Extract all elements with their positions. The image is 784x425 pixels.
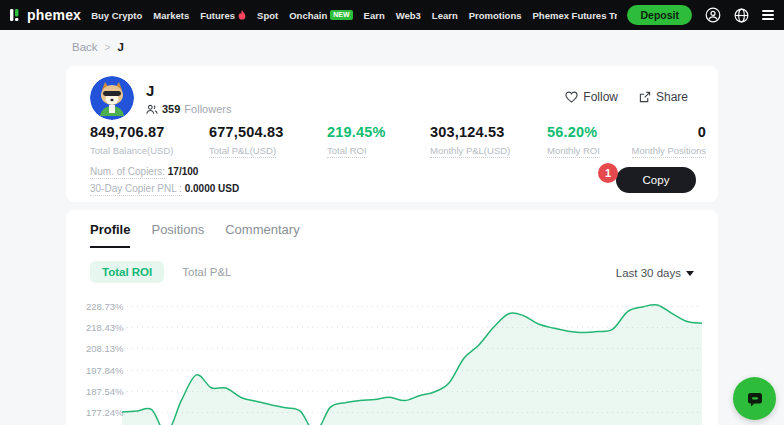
nav-item-markets[interactable]: Markets: [153, 10, 189, 21]
y-axis-tick-label: 187.54%: [86, 386, 124, 397]
stat-label: Total P&L(USD): [209, 145, 276, 158]
y-axis-tick-label: 228.73%: [86, 301, 124, 312]
tab-commentary[interactable]: Commentary: [225, 222, 299, 248]
copier-pnl-label: 30-Day Copier PNL :: [90, 183, 182, 196]
trader-profile-card: J 359 Followers Follow Share: [66, 66, 718, 202]
breadcrumb-separator: >: [105, 42, 111, 53]
stat-value: 303,124.53: [430, 124, 510, 140]
stat-monthly-positions: 0 Monthly Positions: [632, 124, 706, 158]
roi-area: [122, 305, 702, 425]
copier-pnl-row: 30-Day Copier PNL : 0.0000 USD: [90, 183, 239, 194]
nav-item-promotions[interactable]: Promotions: [469, 10, 522, 21]
follow-button[interactable]: Follow: [565, 90, 618, 104]
nav-item-spot[interactable]: Spot: [257, 10, 278, 21]
stat-value: 849,706.87: [90, 124, 173, 140]
stat-label: Total Balance(USD): [90, 145, 173, 156]
share-label: Share: [656, 90, 688, 104]
nav-links: Buy Crypto Markets Futures Spot Onchain …: [91, 10, 617, 21]
trader-name: J: [146, 82, 154, 99]
nav-right: Deposit: [627, 5, 774, 25]
roi-chart-svg: [122, 296, 702, 425]
date-range-label: Last 30 days: [616, 267, 681, 279]
y-axis-tick-label: 208.13%: [86, 343, 124, 354]
nav-item-earn[interactable]: Earn: [364, 10, 385, 21]
phemex-logo-icon: [10, 8, 23, 22]
menu-icon[interactable]: [762, 10, 774, 20]
copier-pnl-value: 0.0000 USD: [185, 183, 239, 194]
heart-icon: [565, 91, 578, 103]
caret-down-icon: [686, 271, 694, 276]
tabs: Profile Positions Commentary: [90, 222, 300, 248]
followers-count: 359: [162, 103, 180, 115]
tab-profile[interactable]: Profile: [90, 222, 130, 248]
nav-item-futures[interactable]: Futures: [200, 10, 246, 21]
trader-avatar: [90, 76, 134, 120]
followers-icon: [146, 104, 158, 115]
roi-chart: 228.73%218.43%208.13%197.84%187.54%177.2…: [66, 296, 718, 425]
y-axis-tick-label: 218.43%: [86, 322, 124, 333]
language-globe-icon[interactable]: [734, 8, 749, 23]
phemex-logo[interactable]: phemex: [10, 7, 81, 23]
stat-label: Monthly Positions: [632, 145, 706, 158]
support-chat-button[interactable]: [733, 377, 776, 420]
stat-total-balance: 849,706.87 Total Balance(USD): [90, 124, 173, 158]
breadcrumb-back-link[interactable]: Back: [72, 41, 98, 53]
nav-item-buy-crypto[interactable]: Buy Crypto: [91, 10, 142, 21]
toggle-total-pnl[interactable]: Total P&L: [182, 261, 231, 283]
profile-detail-card: Profile Positions Commentary Total ROI T…: [66, 210, 718, 425]
toggle-total-roi[interactable]: Total ROI: [90, 261, 164, 283]
deposit-button[interactable]: Deposit: [627, 5, 692, 25]
y-axis-tick-label: 197.84%: [86, 365, 124, 376]
stat-value: 56.20%: [547, 124, 600, 140]
stat-monthly-roi: 56.20% Monthly ROI: [547, 124, 600, 158]
account-icon[interactable]: [705, 7, 721, 23]
stat-value: 0: [632, 124, 706, 140]
copiers-value: 17/100: [168, 166, 199, 177]
stat-value: 219.45%: [327, 124, 386, 140]
chat-bubble-icon: [745, 389, 765, 409]
followers-label: Followers: [184, 103, 231, 115]
copiers-label: Num. of Copiers:: [90, 166, 165, 179]
nav-item-onchain[interactable]: Onchain NEW: [289, 10, 352, 21]
stat-label: Monthly P&L(USD): [430, 145, 510, 158]
nav-item-web3[interactable]: Web3: [396, 10, 421, 21]
stat-total-pnl: 677,504.83 Total P&L(USD): [209, 124, 284, 158]
chart-metric-toggle: Total ROI Total P&L: [90, 261, 232, 283]
stat-label: Total ROI: [327, 145, 367, 158]
brand-name: phemex: [27, 7, 81, 23]
nav-item-label: Onchain: [289, 10, 327, 21]
stat-label: Monthly ROI: [547, 145, 600, 158]
new-badge: NEW: [330, 10, 352, 20]
top-nav: phemex Buy Crypto Markets Futures Spot O…: [0, 0, 784, 30]
follow-label: Follow: [583, 90, 618, 104]
nav-item-label: Phemex Futures Trading Harvest Arena: [533, 10, 618, 21]
breadcrumb-current: J: [117, 41, 123, 53]
stat-value: 677,504.83: [209, 124, 284, 140]
annotation-marker-1: 1: [598, 163, 618, 183]
flame-icon: [238, 10, 246, 20]
y-axis-tick-label: 177.24%: [86, 407, 124, 418]
page: phemex Buy Crypto Markets Futures Spot O…: [0, 0, 784, 425]
stat-total-roi: 219.45% Total ROI: [327, 124, 386, 158]
share-button[interactable]: Share: [639, 90, 688, 104]
share-icon: [639, 91, 651, 103]
copy-button[interactable]: Copy: [616, 167, 696, 193]
date-range-select[interactable]: Last 30 days: [616, 267, 694, 279]
nav-item-harvest-arena[interactable]: Phemex Futures Trading Harvest Arena: [533, 10, 618, 21]
nav-item-label: Futures: [200, 10, 235, 21]
nav-item-learn[interactable]: Learn: [432, 10, 458, 21]
stat-monthly-pnl: 303,124.53 Monthly P&L(USD): [430, 124, 510, 158]
tab-positions[interactable]: Positions: [151, 222, 204, 248]
breadcrumb: Back > J: [72, 41, 124, 53]
copiers-row: Num. of Copiers: 17/100: [90, 166, 198, 177]
followers-row: 359 Followers: [146, 103, 231, 115]
